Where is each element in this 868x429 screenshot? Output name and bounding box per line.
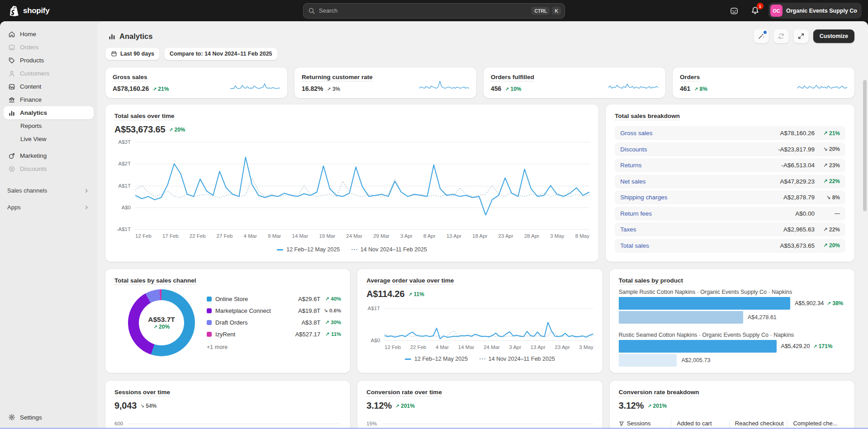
sidebar-item-customers[interactable]: Customers xyxy=(4,67,94,80)
x-tick-label: 24 Mar xyxy=(346,233,362,239)
sessions-value: 9,043 xyxy=(114,401,137,411)
sidebar-item-settings[interactable]: Settings xyxy=(4,411,94,424)
sidebar-item-label: Content xyxy=(20,83,41,90)
vertical-scrollbar-thumb[interactable] xyxy=(863,80,867,211)
sidebar-item-reports[interactable]: Reports xyxy=(4,119,94,132)
sidebar-item-orders[interactable]: Orders xyxy=(4,41,94,54)
aov-chart: A$1T A$0 xyxy=(366,308,593,340)
topbar-right: 1 OC Organic Events Supply Co xyxy=(727,3,862,19)
x-tick-label: 3 May xyxy=(579,344,593,350)
breakdown-value: -A$6,513.04 xyxy=(781,162,815,169)
sidebar-item-analytics[interactable]: Analytics xyxy=(4,106,94,119)
sidebar-item-label: Customers xyxy=(20,70,49,77)
legend-dotted-swatch xyxy=(351,249,357,250)
sidebar-item-home[interactable]: Home xyxy=(4,28,94,41)
refresh-button[interactable] xyxy=(773,29,789,43)
channel-donut-chart: A$53.7T ↗ 20% xyxy=(128,289,195,356)
sessions-delta: ↘ 54% xyxy=(140,403,157,409)
sidebar-section-apps[interactable]: Apps xyxy=(4,204,94,211)
breakdown-delta: ↗ 22% xyxy=(815,226,840,233)
shortcut-ctrl-key: CTRL xyxy=(531,7,550,15)
y-tick-label: 15% xyxy=(366,421,377,426)
card-title[interactable]: Average order value over time xyxy=(366,277,454,285)
sidekick-icon xyxy=(730,6,739,15)
search-box[interactable]: CTRL K xyxy=(303,3,565,19)
card-title[interactable]: Sessions over time xyxy=(114,389,170,396)
main-content: Analytics Customize Last 90 days xyxy=(97,21,868,429)
breakdown-label[interactable]: Shipping charges xyxy=(620,194,783,201)
kpi-sparkline xyxy=(230,80,280,92)
customize-button[interactable]: Customize xyxy=(813,29,854,43)
breakdown-label[interactable]: Taxes xyxy=(620,226,783,233)
funnel-value: 3.12% xyxy=(619,401,644,411)
x-axis-labels: 12 Feb22 Feb4 Mar14 Mar24 Mar3 Apr13 Apr… xyxy=(384,344,593,350)
kpi-card-returning-customer-rate: Returning customer rate 16.82% ↗ 3% xyxy=(294,67,476,98)
notifications-button[interactable]: 1 xyxy=(748,4,762,18)
shopify-logo[interactable]: shopify xyxy=(9,5,118,17)
channel-legend: Online Store A$29.6T ↗ 40% Marketplace C… xyxy=(207,296,341,350)
sidebar-item-live-view[interactable]: Live View xyxy=(4,132,94,146)
account-menu[interactable]: OC Organic Events Supply Co xyxy=(768,3,862,19)
new-indicator-dot xyxy=(764,31,767,34)
compare-range-button[interactable]: Compare to: 14 Nov 2024–11 Feb 2025 xyxy=(164,47,278,60)
kpi-title[interactable]: Orders fulfilled xyxy=(491,74,534,81)
legend-solid-swatch xyxy=(277,249,283,250)
plot-area xyxy=(135,142,589,229)
card-title[interactable]: Total sales breakdown xyxy=(615,113,680,120)
channel-delta: ↗ 11% xyxy=(320,331,341,337)
card-title[interactable]: Total sales over time xyxy=(114,113,175,120)
card-title[interactable]: Conversion rate over time xyxy=(366,389,442,396)
channel-value: A$3.8T xyxy=(301,319,320,326)
breakdown-value: A$2,965.63 xyxy=(783,226,815,233)
kpi-delta: ↗ 8% xyxy=(694,86,707,92)
conversion-top-gridline: 15% xyxy=(366,421,593,426)
expand-button[interactable] xyxy=(793,29,809,43)
total-sales-chart: A$3T A$2T A$1T A$0 -A$1T xyxy=(114,142,589,229)
sales-by-product-card: Total sales by product Sample Rustic Cot… xyxy=(610,269,854,373)
channel-izyrent: IzyRent A$527.17 ↗ 11% xyxy=(207,331,341,338)
card-title[interactable]: Total sales by sales channel xyxy=(114,277,196,285)
legend-current-period: 12 Feb–12 May 2025 xyxy=(277,246,340,253)
sidebar-section-sales-channels[interactable]: Sales channels xyxy=(4,187,94,194)
y-axis-labels: A$1T A$0 xyxy=(366,308,384,340)
kpi-title[interactable]: Returning customer rate xyxy=(302,74,373,81)
breakdown-value: A$2,878.79 xyxy=(783,194,815,201)
product-current-bar xyxy=(619,340,777,353)
breakdown-label[interactable]: Discounts xyxy=(620,146,778,153)
breakdown-delta: ↗ 21% xyxy=(815,130,840,137)
channel-value: A$527.17 xyxy=(295,331,321,338)
filter-row: Last 90 days Compare to: 14 Nov 2024–11 … xyxy=(105,47,854,60)
breakdown-row-gross-sales: Gross sales A$78,160.26 ↗ 21% xyxy=(615,126,845,140)
x-tick-label: 4 Mar xyxy=(436,344,449,350)
plot-area xyxy=(384,308,593,340)
sidebar-item-label: Marketing xyxy=(20,152,47,159)
channel-delta: ↗ 40% xyxy=(320,296,341,302)
date-range-button[interactable]: Last 90 days xyxy=(105,47,160,60)
search-input[interactable] xyxy=(319,7,529,14)
kpi-title[interactable]: Orders xyxy=(680,74,700,81)
breakdown-label[interactable]: Total sales xyxy=(620,242,780,249)
breakdown-row-total-sales: Total sales A$53,673.65 ↗ 20% xyxy=(615,239,845,253)
sidebar-item-products[interactable]: Products xyxy=(4,54,94,67)
card-title[interactable]: Conversion rate breakdown xyxy=(619,389,699,396)
sidebar-item-content[interactable]: Content xyxy=(4,80,94,93)
breakdown-label[interactable]: Return fees xyxy=(620,210,795,217)
card-title[interactable]: Total sales by product xyxy=(619,277,683,285)
kpi-title[interactable]: Gross sales xyxy=(113,74,147,81)
breakdown-label[interactable]: Gross sales xyxy=(620,130,780,137)
breakdown-label[interactable]: Net sales xyxy=(620,178,780,185)
kpi-row: Gross sales A$78,160.26 ↗ 21% Returning … xyxy=(105,67,854,98)
breakdown-row-shipping-charges: Shipping charges A$2,878.79 ↘ 8% xyxy=(615,190,845,204)
more-channels-link[interactable]: +1 more xyxy=(207,344,341,350)
product-previous-bar xyxy=(619,311,743,324)
sidebar-item-finance[interactable]: Finance xyxy=(4,93,94,106)
sidebar-item-discounts[interactable]: Discounts xyxy=(4,162,94,175)
product-previous-value: A$2,005.73 xyxy=(681,357,710,363)
kpi-delta: ↗ 3% xyxy=(327,86,340,92)
ai-insights-button[interactable] xyxy=(754,29,769,43)
sidebar-item-marketing[interactable]: Marketing xyxy=(4,149,94,162)
breakdown-label[interactable]: Returns xyxy=(620,162,781,169)
channel-value: A$19.8T xyxy=(298,307,320,314)
notification-badge: 1 xyxy=(757,3,764,9)
sidekick-button[interactable] xyxy=(727,4,741,18)
